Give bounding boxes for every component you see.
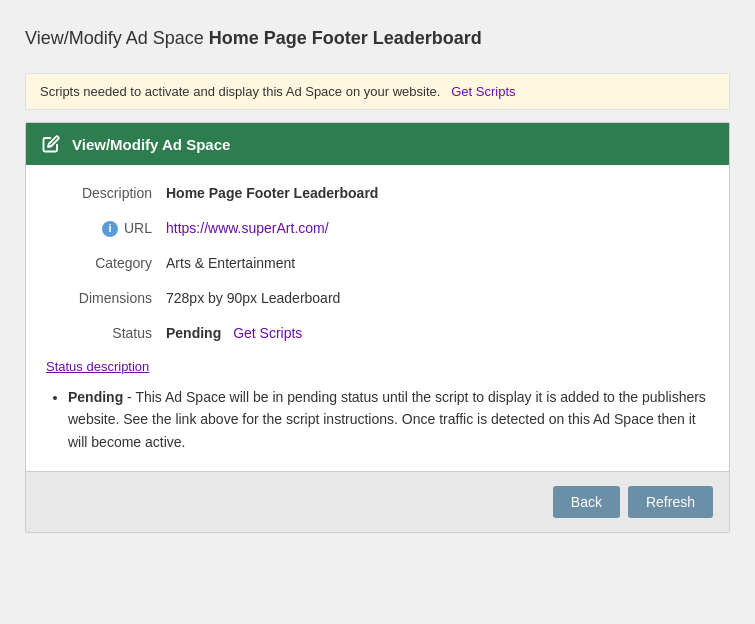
status-value: Pending Get Scripts bbox=[166, 323, 709, 344]
category-value: Arts & Entertainment bbox=[166, 253, 709, 274]
back-button[interactable]: Back bbox=[553, 486, 620, 518]
card-header: View/Modify Ad Space bbox=[26, 123, 729, 165]
info-icon: i bbox=[102, 221, 118, 237]
card-footer: Back Refresh bbox=[26, 471, 729, 532]
pending-text: - This Ad Space will be in pending statu… bbox=[68, 389, 706, 450]
refresh-button[interactable]: Refresh bbox=[628, 486, 713, 518]
url-label: i URL bbox=[46, 218, 166, 239]
notice-get-scripts-link[interactable]: Get Scripts bbox=[451, 84, 515, 99]
description-value: Home Page Footer Leaderboard bbox=[166, 183, 709, 204]
status-description-section: Status description Pending - This Ad Spa… bbox=[46, 358, 709, 453]
pending-bold: Pending bbox=[68, 389, 123, 405]
status-row: Status Pending Get Scripts bbox=[46, 323, 709, 344]
url-link[interactable]: https://www.superArt.com/ bbox=[166, 220, 329, 236]
card-body: Description Home Page Footer Leaderboard… bbox=[26, 165, 729, 471]
url-label-text: URL bbox=[124, 218, 152, 239]
card: View/Modify Ad Space Description Home Pa… bbox=[25, 122, 730, 533]
url-value: https://www.superArt.com/ bbox=[166, 218, 709, 239]
pending-description-item: Pending - This Ad Space will be in pendi… bbox=[68, 386, 709, 453]
dimensions-row: Dimensions 728px by 90px Leaderboard bbox=[46, 288, 709, 309]
url-row: i URL https://www.superArt.com/ bbox=[46, 218, 709, 239]
card-header-label: View/Modify Ad Space bbox=[72, 136, 230, 153]
page-title-prefix: View/Modify Ad Space bbox=[25, 28, 204, 48]
page-wrapper: View/Modify Ad Space Home Page Footer Le… bbox=[10, 10, 745, 543]
category-row: Category Arts & Entertainment bbox=[46, 253, 709, 274]
category-label: Category bbox=[46, 253, 166, 274]
status-label: Status bbox=[46, 323, 166, 344]
status-badge: Pending bbox=[166, 325, 221, 341]
status-description-link[interactable]: Status description bbox=[46, 359, 149, 374]
description-label: Description bbox=[46, 183, 166, 204]
status-get-scripts-link[interactable]: Get Scripts bbox=[233, 325, 302, 341]
notice-text: Scripts needed to activate and display t… bbox=[40, 84, 440, 99]
description-list: Pending - This Ad Space will be in pendi… bbox=[46, 386, 709, 453]
dimensions-label: Dimensions bbox=[46, 288, 166, 309]
scripts-notice: Scripts needed to activate and display t… bbox=[25, 73, 730, 110]
page-title-bold: Home Page Footer Leaderboard bbox=[209, 28, 482, 48]
description-value-text: Home Page Footer Leaderboard bbox=[166, 185, 378, 201]
edit-icon bbox=[40, 133, 62, 155]
page-title: View/Modify Ad Space Home Page Footer Le… bbox=[25, 20, 730, 57]
description-row: Description Home Page Footer Leaderboard bbox=[46, 183, 709, 204]
dimensions-value: 728px by 90px Leaderboard bbox=[166, 288, 709, 309]
